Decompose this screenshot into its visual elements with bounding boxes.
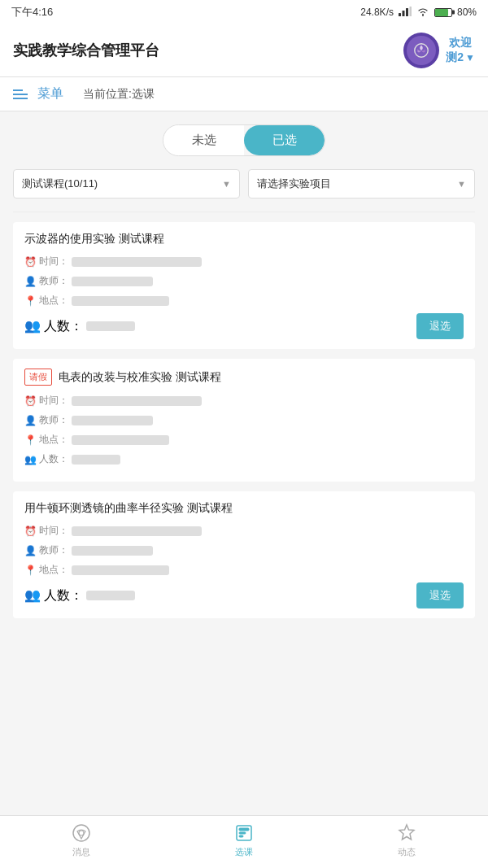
svg-point-6: [79, 831, 84, 835]
nav-bar: 菜单 当前位置:选课: [0, 77, 488, 111]
course-title-1: 示波器的使用实验 测试课程: [24, 232, 464, 246]
course-dropdown-value: 测试课程(10/11): [22, 177, 98, 191]
count-label-1: 👥 人数：: [24, 318, 83, 335]
count-label-2: 👥 人数：: [24, 452, 68, 466]
username: 测2: [446, 50, 464, 65]
tuixuan-btn-3[interactable]: 退选: [416, 582, 464, 608]
course-card: 示波器的使用实验 测试课程 ⏰ 时间： 👤 教师： 📍 地点：: [13, 222, 475, 349]
svg-rect-10: [239, 835, 243, 837]
count-row-3: 👥 人数： 退选: [24, 582, 464, 608]
nav-item-dongtai[interactable]: 动态: [378, 822, 435, 858]
location-value-3: [72, 565, 169, 575]
teacher-label-3: 👤 教师：: [24, 543, 68, 557]
experiment-dropdown-arrow: ▼: [457, 179, 466, 189]
header: 实践教学综合管理平台 欢迎 测2 ▼: [0, 24, 488, 77]
main-content: 未选 已选 测试课程(10/11) ▼ 请选择实验项目 ▼ 示波器的使用实验 测…: [0, 111, 488, 815]
time-label-1: ⏰ 时间：: [24, 255, 68, 268]
location-row-3: 📍 地点：: [24, 563, 464, 577]
network-speed: 24.8K/s: [360, 7, 394, 18]
course-dropdown-arrow: ▼: [222, 179, 231, 189]
svg-rect-3: [409, 7, 412, 16]
time-value-3: [72, 526, 202, 536]
clock-icon-1: ⏰: [24, 256, 37, 268]
tuixuan-btn-1[interactable]: 退选: [416, 313, 464, 339]
teacher-label-2: 👤 教师：: [24, 413, 68, 427]
location-label-1: 📍 地点：: [24, 294, 68, 308]
hamburger-icon[interactable]: [13, 89, 28, 99]
svg-marker-11: [399, 825, 414, 840]
time-row-3: ⏰ 时间：: [24, 524, 464, 538]
course-dropdown[interactable]: 测试课程(10/11) ▼: [13, 169, 240, 198]
course-card-2: 请假 电表的改装与校准实验 测试课程 ⏰ 时间： 👤 教师： 📍 地点：: [13, 359, 475, 482]
tab-selected[interactable]: 已选: [244, 125, 325, 155]
status-time: 下午4:16: [11, 5, 53, 20]
header-right: 欢迎 测2 ▼: [403, 33, 475, 68]
experiment-dropdown-value: 请选择实验项目: [257, 177, 331, 191]
person-icon-1: 👤: [24, 276, 37, 287]
pin-icon-2: 📍: [24, 434, 37, 446]
time-label-3: ⏰ 时间：: [24, 524, 68, 538]
time-value-1: [72, 257, 202, 267]
signal-icon: [399, 7, 412, 19]
course-title-row-3: 用牛顿环测透镜的曲率半径实验 测试课程: [24, 501, 464, 516]
xuanke-label: 选课: [235, 846, 253, 858]
person-icon-2: 👤: [24, 415, 37, 426]
time-label-2: ⏰ 时间：: [24, 394, 68, 408]
count-label-3: 👥 人数：: [24, 587, 83, 604]
messages-label: 消息: [72, 846, 90, 858]
course-title-row: 示波器的使用实验 测试课程: [24, 232, 464, 246]
menu-label[interactable]: 菜单: [37, 85, 63, 103]
section-divider: [13, 212, 475, 212]
pin-icon-1: 📍: [24, 295, 37, 307]
people-icon-1: 👥: [24, 319, 41, 333]
chevron-down-icon: ▼: [465, 52, 475, 63]
time-row-1: ⏰ 时间：: [24, 255, 464, 268]
battery-icon: [434, 8, 452, 17]
time-row-2: ⏰ 时间：: [24, 394, 464, 408]
people-icon-3: 👥: [24, 588, 41, 602]
school-logo: [403, 33, 439, 68]
svg-rect-2: [406, 8, 408, 16]
teacher-value-2: [72, 416, 153, 425]
person-icon-3: 👤: [24, 545, 37, 556]
welcome-block[interactable]: 欢迎 测2 ▼: [446, 36, 475, 65]
app-title: 实践教学综合管理平台: [13, 41, 159, 60]
teacher-row-2: 👤 教师：: [24, 413, 464, 427]
qingjia-badge[interactable]: 请假: [24, 369, 52, 386]
svg-rect-8: [239, 828, 249, 831]
teacher-label-1: 👤 教师：: [24, 274, 68, 288]
location-row-1: 📍 地点：: [24, 294, 464, 308]
wifi-icon: [416, 7, 429, 19]
status-bar: 下午4:16 24.8K/s 80%: [0, 0, 488, 24]
svg-rect-9: [239, 832, 246, 834]
course-title-row-2: 请假 电表的改装与校准实验 测试课程: [24, 369, 464, 386]
time-value-2: [72, 396, 202, 406]
teacher-row-3: 👤 教师：: [24, 543, 464, 557]
dongtai-icon: [396, 822, 417, 844]
welcome-label: 欢迎: [449, 36, 472, 50]
location-label-3: 📍 地点：: [24, 563, 68, 577]
nav-item-xuanke[interactable]: 选课: [216, 822, 272, 858]
count-value-2: [72, 455, 120, 465]
course-card-3: 用牛顿环测透镜的曲率半径实验 测试课程 ⏰ 时间： 👤 教师： 📍 地点：: [13, 491, 475, 618]
tab-toggle: 未选 已选: [163, 124, 325, 156]
experiment-dropdown[interactable]: 请选择实验项目 ▼: [248, 169, 475, 198]
clock-icon-3: ⏰: [24, 526, 37, 537]
location-value-2: [72, 435, 169, 445]
xuanke-icon: [233, 822, 255, 844]
count-value-3: [86, 591, 135, 600]
tab-unselected[interactable]: 未选: [163, 125, 244, 155]
teacher-value-1: [72, 277, 153, 286]
messages-icon: [71, 822, 92, 844]
svg-rect-1: [402, 11, 404, 16]
dongtai-label: 动态: [398, 846, 416, 858]
count-row-2: 👥 人数：: [24, 452, 464, 466]
svg-rect-0: [399, 13, 401, 16]
teacher-value-3: [72, 546, 153, 556]
clock-icon-2: ⏰: [24, 395, 37, 407]
status-right: 24.8K/s 80%: [360, 7, 477, 19]
bottom-nav: 消息 选课 动态: [0, 815, 488, 868]
location-value-1: [72, 296, 169, 306]
teacher-row-1: 👤 教师：: [24, 274, 464, 288]
nav-item-messages[interactable]: 消息: [53, 822, 110, 858]
